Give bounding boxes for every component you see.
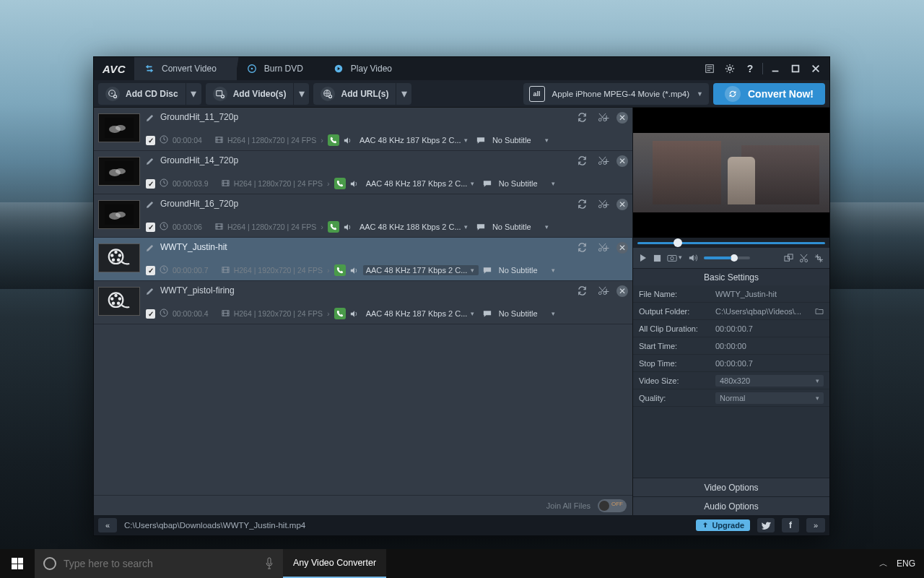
facebook-button[interactable]: f: [782, 518, 799, 532]
settings-button[interactable]: [722, 61, 738, 77]
add-clip-button[interactable]: +: [601, 242, 612, 254]
add-urls[interactable]: Add URL(s) ▾: [313, 83, 411, 105]
seek-bar[interactable]: [633, 238, 829, 248]
edit-icon[interactable]: [146, 199, 156, 209]
taskbar-search[interactable]: [35, 549, 283, 578]
add-clip-button[interactable]: +: [601, 285, 612, 297]
convert-now-button[interactable]: Convert Now!: [713, 83, 825, 105]
tab-convert-video[interactable]: Convert Video: [134, 57, 237, 80]
edit-icon[interactable]: [146, 112, 156, 122]
subtitle-select[interactable]: No Subtitle▾: [496, 265, 559, 275]
tab-burn-dvd[interactable]: Burn DVD: [237, 57, 323, 80]
subtitle-select[interactable]: No Subtitle▾: [496, 309, 559, 319]
refresh-icon[interactable]: [578, 285, 588, 296]
video-options-button[interactable]: Video Options: [633, 478, 829, 496]
volume-icon[interactable]: [688, 254, 698, 262]
cut-button[interactable]: [799, 254, 808, 263]
item-thumbnail[interactable]: [98, 113, 140, 142]
add-videos-dropdown[interactable]: ▾: [293, 83, 309, 105]
upgrade-button[interactable]: Upgrade: [696, 519, 750, 531]
mic-icon[interactable]: [264, 557, 274, 570]
minimize-button[interactable]: [767, 61, 783, 77]
video-size-select[interactable]: 480x320: [715, 375, 824, 387]
stop-button[interactable]: [653, 254, 661, 262]
remove-item-button[interactable]: ✕: [616, 155, 628, 167]
list-item[interactable]: + ✕ WWTY_Justin-hit ✓ 00:00:00.: [94, 238, 632, 281]
audio-track-select[interactable]: AAC 48 KHz 187 Kbps 2 C...▾: [363, 178, 479, 189]
maximize-button[interactable]: [788, 61, 803, 77]
phone-icon: [334, 264, 346, 276]
volume-slider[interactable]: [704, 256, 750, 259]
item-thumbnail[interactable]: [98, 200, 140, 229]
item-thumbnail[interactable]: [98, 287, 140, 316]
item-thumbnail[interactable]: [98, 157, 140, 186]
add-clip-button[interactable]: +: [601, 155, 612, 167]
add-urls-dropdown[interactable]: ▾: [396, 83, 411, 105]
film-icon: [222, 179, 230, 189]
audio-track-select[interactable]: AAC 48 KHz 187 Kbps 2 C...▾: [357, 135, 472, 145]
svg-point-60: [800, 259, 803, 262]
tray-chevron-icon[interactable]: ︿: [879, 558, 888, 570]
item-checkbox[interactable]: ✓: [146, 266, 155, 275]
add-cd-dropdown[interactable]: ▾: [186, 83, 201, 105]
remove-item-button[interactable]: ✕: [616, 112, 628, 124]
output-folder-value[interactable]: C:\Users\qbap\Videos\...: [715, 307, 824, 316]
tab-play-video[interactable]: Play Video: [323, 57, 412, 80]
subtitle-icon: [483, 267, 492, 275]
audio-track-select[interactable]: AAC 48 KHz 188 Kbps 2 C...▾: [357, 222, 472, 232]
stop-time-value[interactable]: 00:00:00.7: [715, 359, 824, 368]
list-item[interactable]: + ✕ GroundHit_11_720p ✓ 00:00:0: [94, 108, 632, 151]
list-item[interactable]: + ✕ GroundHit_16_720p ✓ 00:00:0: [94, 194, 632, 238]
taskbar-app[interactable]: Any Video Converter: [283, 549, 386, 578]
add-cd-disc[interactable]: Add CD Disc ▾: [98, 83, 201, 105]
filename-value[interactable]: WWTY_Justin-hit: [715, 290, 824, 298]
log-button[interactable]: [702, 61, 718, 77]
item-title: GroundHit_14_720p: [160, 155, 238, 165]
twitter-button[interactable]: [757, 518, 775, 532]
list-item[interactable]: + ✕ GroundHit_14_720p ✓ 00:00:0: [94, 151, 632, 194]
output-format-select[interactable]: all Apple iPhone MPEG-4 Movie (*.mp4) ▼: [523, 83, 709, 105]
item-thumbnail[interactable]: [98, 243, 140, 272]
expand-button[interactable]: »: [806, 518, 825, 532]
collapse-button[interactable]: «: [98, 518, 117, 532]
start-time-value[interactable]: 00:00:00: [715, 342, 824, 350]
subtitle-select[interactable]: No Subtitle▾: [489, 135, 553, 145]
subtitle-select[interactable]: No Subtitle▾: [496, 178, 559, 189]
refresh-icon[interactable]: [578, 242, 588, 252]
remove-item-button[interactable]: ✕: [616, 242, 628, 254]
audio-track-select[interactable]: AAC 48 KHz 187 Kbps 2 C...▾: [363, 309, 479, 319]
refresh-icon[interactable]: [578, 199, 588, 209]
close-button[interactable]: [808, 61, 824, 77]
list-item[interactable]: + ✕ WWTY_pistol-firing ✓ 00:00:: [94, 281, 632, 324]
item-checkbox[interactable]: ✓: [146, 223, 155, 232]
refresh-icon[interactable]: [578, 155, 588, 165]
svg-point-48: [118, 297, 121, 300]
add-clip-button[interactable]: +: [601, 112, 612, 124]
language-indicator[interactable]: ENG: [897, 558, 915, 569]
subtitle-select[interactable]: No Subtitle▾: [489, 222, 553, 232]
edit-icon[interactable]: [146, 155, 156, 165]
start-button[interactable]: [0, 549, 35, 578]
add-videos[interactable]: Add Video(s) ▾: [206, 83, 310, 105]
add-clip-button[interactable]: +: [601, 199, 612, 210]
join-all-toggle[interactable]: [598, 499, 627, 512]
item-checkbox[interactable]: ✓: [146, 309, 155, 319]
play-button[interactable]: [639, 254, 648, 262]
audio-track-select[interactable]: AAC 48 KHz 177 Kbps 2 C...▾: [363, 265, 479, 275]
item-checkbox[interactable]: ✓: [146, 136, 155, 145]
edit-icon[interactable]: [146, 285, 156, 296]
svg-point-39: [112, 258, 115, 261]
quality-select[interactable]: Normal: [715, 392, 824, 404]
edit-icon[interactable]: [146, 242, 156, 252]
item-checkbox[interactable]: ✓: [146, 179, 155, 189]
audio-options-button[interactable]: Audio Options: [633, 496, 829, 515]
video-preview[interactable]: [633, 108, 829, 238]
snapshot-button[interactable]: ▾: [667, 254, 682, 262]
remove-item-button[interactable]: ✕: [616, 199, 628, 210]
refresh-icon[interactable]: [578, 112, 588, 122]
crop-button[interactable]: [814, 254, 824, 263]
detach-button[interactable]: [784, 254, 793, 263]
remove-item-button[interactable]: ✕: [616, 285, 628, 297]
help-button[interactable]: ?: [742, 61, 758, 77]
search-input[interactable]: [64, 558, 257, 569]
